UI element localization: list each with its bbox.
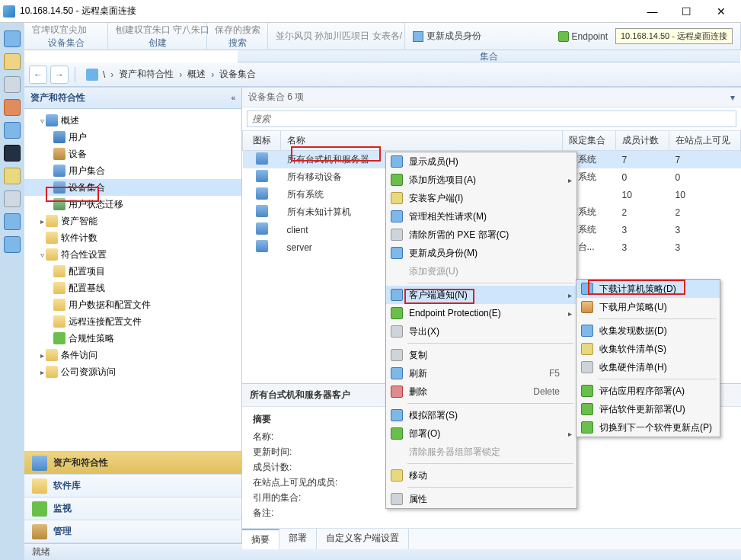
download-icon	[581, 283, 593, 295]
col-count[interactable]: 成员计数	[616, 131, 669, 151]
breadcrumb-item[interactable]: 概述	[187, 68, 206, 81]
tree-item-devices[interactable]: 设备	[24, 146, 241, 162]
breadcrumb-bar: ← → \ › 资产和符合性 › 概述 › 设备集合	[24, 62, 741, 87]
context-menu: 显示成员(H) 添加所选项目(A)▸ 安装客户端(I) 管理相关性请求(M) 清…	[385, 152, 577, 509]
menu-show-members[interactable]: 显示成员(H)	[386, 152, 577, 171]
nav-section-software[interactable]: 软件库	[24, 475, 241, 498]
tree-item[interactable]: ▸条件访问	[24, 347, 241, 363]
nav-section-assets[interactable]: 资产和符合性	[24, 452, 241, 475]
tree-item[interactable]: 远程连接配置文件	[24, 313, 241, 330]
menu-collect-hardware[interactable]: 收集硬件清单(H)	[577, 358, 720, 376]
menu-switch-update-point[interactable]: 切换到下一个软件更新点(P)	[577, 418, 720, 437]
taskbar-icon[interactable]	[4, 236, 21, 253]
app-icon	[3, 5, 15, 18]
title-text: 10.168.14.50 - 远程桌面连接	[20, 5, 635, 18]
menu-collect-discovery[interactable]: 收集发现数据(D)	[577, 322, 720, 340]
menu-endpoint-protection[interactable]: Endpoint Protection(E)▸	[386, 304, 577, 322]
add-icon	[391, 174, 403, 186]
menu-refresh[interactable]: 刷新F5	[386, 364, 577, 382]
tree-item-user-state[interactable]: 用户状态迁移	[24, 196, 241, 213]
tree-item-users[interactable]: 用户	[24, 129, 241, 146]
nav-back-button[interactable]: ←	[29, 66, 47, 84]
refresh-icon	[413, 31, 423, 42]
col-name[interactable]: 名称	[281, 131, 563, 151]
collection-icon	[256, 222, 268, 235]
tab-deploy[interactable]: 部署	[279, 529, 317, 549]
menu-download-computer-policy[interactable]: 下载计算机策略(D)	[577, 280, 720, 298]
taskbar-icon[interactable]	[4, 122, 21, 139]
tree-item-asset-intel[interactable]: ▸资产智能	[24, 213, 241, 229]
notify-icon	[391, 289, 403, 301]
menu-copy[interactable]: 复制	[386, 346, 577, 364]
nav-forward-button[interactable]: →	[50, 66, 69, 84]
col-limit[interactable]: 限定集合	[563, 131, 616, 151]
close-button[interactable]: ✕	[704, 1, 738, 22]
update-membership-button[interactable]: 更新成员身份	[426, 30, 481, 43]
sw-icon	[581, 343, 593, 355]
tab-custom-client[interactable]: 自定义客户端设置	[317, 529, 409, 549]
taskbar-icon[interactable]	[4, 76, 21, 93]
menu-collect-software[interactable]: 收集软件清单(S)	[577, 340, 720, 358]
menu-simulate-deploy[interactable]: 模拟部署(S)	[386, 406, 577, 424]
tree-item-compliance[interactable]: ▿符合性设置	[24, 246, 241, 263]
menu-clear-pxe[interactable]: 清除所需的 PXE 部署(C)	[386, 226, 577, 244]
delete-icon	[391, 386, 403, 398]
tree-item[interactable]: ▸公司资源访问	[24, 363, 241, 380]
breadcrumb-item[interactable]: 资产和符合性	[119, 68, 174, 81]
menu-eval-sw-update[interactable]: 评估软件更新部署(U)	[577, 400, 720, 418]
taskbar-icon[interactable]	[4, 168, 21, 184]
menu-update-membership[interactable]: 更新成员身份(M)	[386, 244, 577, 262]
remote-host-tooltip: 10.168.14.50 - 远程桌面连接	[615, 28, 733, 44]
menu-install-client[interactable]: 安装客户端(I)	[386, 189, 577, 207]
collection-icon	[256, 152, 268, 165]
manage-icon	[391, 210, 403, 222]
menu-deploy[interactable]: 部署(O)▸	[386, 424, 577, 443]
tree-item-device-collections[interactable]: 设备集合	[24, 179, 241, 196]
ribbon-group-label: 集合	[238, 50, 740, 62]
col-icon[interactable]: 图标	[243, 131, 281, 151]
sidebar-title: 资产和符合性«	[24, 88, 241, 109]
menu-export[interactable]: 导出(X)	[386, 322, 577, 341]
col-site[interactable]: 在站点上可见	[669, 131, 741, 151]
minimize-button[interactable]: —	[635, 1, 669, 22]
tree-item[interactable]: 配置基线	[24, 280, 241, 296]
tree-item[interactable]: 用户数据和配置文件	[24, 296, 241, 313]
menu-eval-app-deploy[interactable]: 评估应用程序部署(A)	[577, 382, 720, 400]
tree-item-user-collections[interactable]: 用户集合	[24, 162, 241, 179]
switch-icon	[581, 421, 593, 434]
menu-move[interactable]: 移动	[386, 466, 577, 485]
menu-manage-requests[interactable]: 管理相关性请求(M)	[386, 207, 577, 226]
menu-download-user-policy[interactable]: 下载用户策略(U)	[577, 298, 720, 316]
tree-item[interactable]: 合规性策略	[24, 330, 241, 347]
taskbar-icon[interactable]	[4, 213, 21, 230]
install-icon	[391, 192, 403, 204]
menu-delete[interactable]: 删除Delete	[386, 382, 577, 401]
menu-client-notification[interactable]: 客户端通知(N)▸	[386, 286, 577, 304]
tab-summary[interactable]: 摘要	[242, 529, 279, 549]
taskbar-icon[interactable]	[4, 99, 21, 116]
search-input[interactable]	[247, 110, 736, 127]
tree-item-overview[interactable]: ▿概述	[24, 112, 241, 129]
endpoint-icon	[391, 307, 403, 319]
taskbar-icon[interactable]	[4, 53, 21, 70]
tree-item-sw-metering[interactable]: 软件计数	[24, 229, 241, 246]
collection-icon	[256, 205, 268, 217]
scope-icon	[86, 69, 98, 81]
taskbar-icon[interactable]	[4, 190, 21, 207]
nav-section-monitor[interactable]: 监视	[24, 498, 241, 520]
collection-icon	[256, 187, 268, 200]
taskbar-icon[interactable]	[4, 145, 21, 162]
maximize-button[interactable]: ☐	[669, 1, 704, 22]
menu-properties[interactable]: 属性	[386, 490, 577, 508]
breadcrumb-item[interactable]: 设备集合	[219, 68, 256, 81]
context-submenu: 下载计算机策略(D) 下载用户策略(U) 收集发现数据(D) 收集软件清单(S)…	[576, 279, 720, 437]
nav-section-admin[interactable]: 管理	[24, 520, 241, 543]
move-icon	[391, 469, 403, 482]
pxe-icon	[391, 229, 403, 241]
endpoint-label[interactable]: Endpoint	[572, 31, 608, 42]
tree-item[interactable]: 配置项目	[24, 263, 241, 280]
deploy-icon	[391, 427, 403, 440]
menu-add-selected[interactable]: 添加所选项目(A)▸	[386, 171, 577, 189]
hw-icon	[581, 361, 593, 373]
taskbar-icon[interactable]	[4, 30, 21, 47]
